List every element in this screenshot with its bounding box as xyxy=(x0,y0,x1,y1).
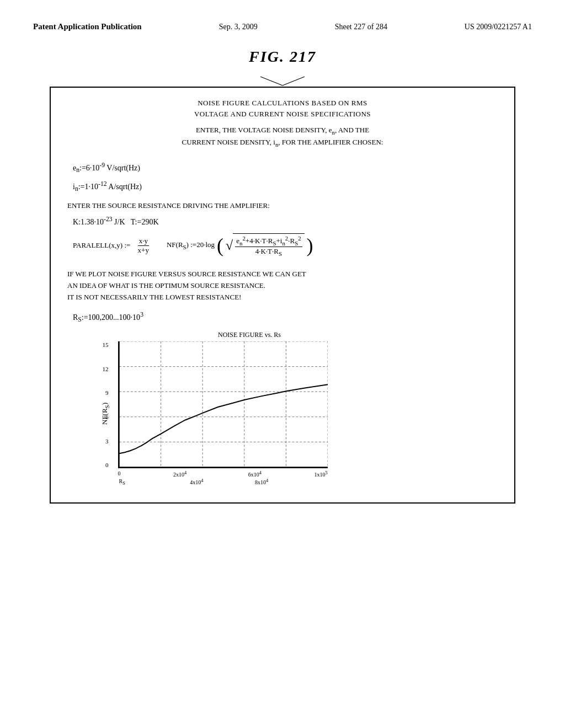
formula-block: en:=6·10-9 V/sqrt(Hz) in:=1·10-12 A/sqrt… xyxy=(73,159,498,196)
en-formula: en:=6·10-9 V/sqrt(Hz) xyxy=(73,159,498,177)
page: Patent Application Publication Sep. 3, 2… xyxy=(0,0,565,728)
x-label-rs: RS xyxy=(119,478,125,486)
x-tick-row1: 0 2x104 6x104 1x105 xyxy=(118,470,328,478)
header-patent: US 2009/0221257 A1 xyxy=(465,23,532,31)
header-left: Patent Application Publication xyxy=(33,22,142,31)
nf-formula: NF(RS) :=20·log ( √ en2+4·K·T·RS+in2·RS2… xyxy=(167,233,313,258)
k-t-line: K:1.38·10-23 J/K T:=290K xyxy=(73,216,498,227)
arrow-indicator xyxy=(50,76,515,87)
y-tick-9: 9 xyxy=(105,389,109,396)
x-tick-0: 0 xyxy=(118,470,121,478)
y-tick-6: 6 xyxy=(105,414,109,420)
y-tick-3: 3 xyxy=(105,438,109,445)
paralell-frac: x·y x+y xyxy=(137,237,150,255)
graph-svg xyxy=(119,341,328,467)
svg-line-0 xyxy=(260,77,282,85)
section-title: NOISE FIGURE CALCULATIONS BASED ON RMS V… xyxy=(67,98,498,119)
x-tick-row2: RS 4x104 8x104 xyxy=(118,478,328,486)
y-tick-labels: 15 12 9 6 3 0 xyxy=(103,341,109,468)
fig-title: FIG. 217 xyxy=(33,48,532,66)
header: Patent Application Publication Sep. 3, 2… xyxy=(33,22,532,31)
graph-title: NOISE FIGURE vs. Rs xyxy=(122,331,376,339)
header-sheet: Sheet 227 of 284 xyxy=(335,23,387,31)
x-tick-8e4: 8x104 xyxy=(255,478,268,486)
header-date: Sep. 3, 2009 xyxy=(219,23,258,31)
y-tick-15: 15 xyxy=(103,341,109,348)
x-tick-2e4: 2x104 xyxy=(173,470,186,478)
enter-source: ENTER THE SOURCE RESISTANCE DRIVING THE … xyxy=(67,201,498,210)
plot-text: IF WE PLOT NOISE FIGURE VERSUS SOURCE RE… xyxy=(67,269,498,303)
paralell-def: PARALELL(x,y) := x·y x+y xyxy=(73,237,150,255)
x-tick-1e5: 1x105 xyxy=(314,470,327,478)
right-paren: ) xyxy=(307,235,313,255)
rs-def: RS:=100,200...100·103 xyxy=(73,311,498,323)
in-formula: in:=1·10-12 A/sqrt(Hz) xyxy=(73,178,498,196)
paralell-nf-line: PARALELL(x,y) := x·y x+y NF(RS) :=20·log… xyxy=(73,233,498,258)
x-tick-4e4: 4x104 xyxy=(190,478,203,486)
y-tick-0: 0 xyxy=(105,462,109,468)
section-title-line1: NOISE FIGURE CALCULATIONS BASED ON RMS xyxy=(198,99,367,107)
left-paren: ( xyxy=(217,235,223,255)
svg-line-1 xyxy=(282,77,305,85)
y-tick-12: 12 xyxy=(103,366,109,372)
sqrt-expr: √ en2+4·K·T·RS+in2·RS2 4·K·T·RS xyxy=(226,233,305,258)
x-tick-6e4: 6x104 xyxy=(248,470,262,478)
graph-container: NOISE FIGURE vs. Rs NF(RS) 15 12 9 6 3 0 xyxy=(100,331,376,485)
graph-inner xyxy=(118,341,328,468)
section-title-line2: VOLTAGE AND CURRENT NOISE SPECIFICATIONS xyxy=(194,110,371,118)
graph-area: NF(RS) 15 12 9 6 3 0 xyxy=(100,341,376,485)
enter-line: ENTER, THE VOLTAGE NOISE DENSITY, en, AN… xyxy=(67,125,498,149)
content-box: NOISE FIGURE CALCULATIONS BASED ON RMS V… xyxy=(50,87,515,504)
